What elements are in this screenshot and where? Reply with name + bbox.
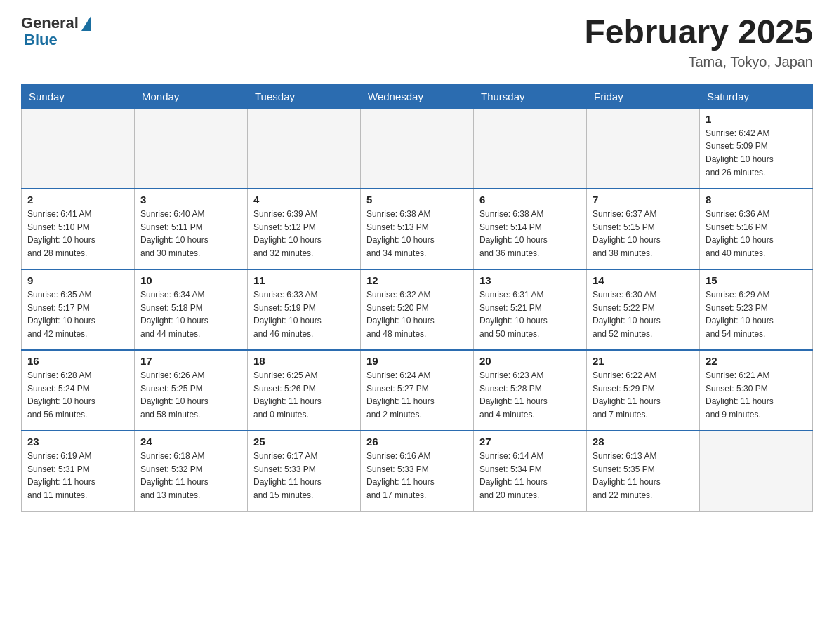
day-info: Sunrise: 6:37 AM Sunset: 5:15 PM Dayligh… bbox=[593, 208, 694, 260]
day-info: Sunrise: 6:39 AM Sunset: 5:12 PM Dayligh… bbox=[253, 208, 355, 260]
calendar-cell: 2Sunrise: 6:41 AM Sunset: 5:10 PM Daylig… bbox=[22, 189, 135, 269]
calendar-cell: 13Sunrise: 6:31 AM Sunset: 5:21 PM Dayli… bbox=[474, 269, 587, 350]
calendar-cell bbox=[700, 431, 813, 511]
day-number: 13 bbox=[479, 274, 581, 286]
calendar-cell: 17Sunrise: 6:26 AM Sunset: 5:25 PM Dayli… bbox=[135, 350, 248, 431]
day-info: Sunrise: 6:38 AM Sunset: 5:13 PM Dayligh… bbox=[366, 208, 468, 260]
day-number: 5 bbox=[366, 194, 468, 206]
col-wednesday: Wednesday bbox=[361, 84, 474, 108]
calendar-cell: 20Sunrise: 6:23 AM Sunset: 5:28 PM Dayli… bbox=[474, 350, 587, 431]
calendar-cell: 5Sunrise: 6:38 AM Sunset: 5:13 PM Daylig… bbox=[361, 189, 474, 269]
day-number: 7 bbox=[593, 194, 694, 206]
day-number: 17 bbox=[140, 355, 241, 367]
day-number: 14 bbox=[593, 274, 694, 286]
calendar-cell bbox=[248, 108, 361, 189]
calendar-table: Sunday Monday Tuesday Wednesday Thursday… bbox=[21, 84, 813, 512]
col-thursday: Thursday bbox=[474, 84, 587, 108]
day-number: 11 bbox=[253, 274, 355, 286]
day-number: 24 bbox=[140, 436, 241, 448]
day-info: Sunrise: 6:16 AM Sunset: 5:33 PM Dayligh… bbox=[366, 450, 468, 502]
calendar-cell: 27Sunrise: 6:14 AM Sunset: 5:34 PM Dayli… bbox=[474, 431, 587, 511]
day-info: Sunrise: 6:22 AM Sunset: 5:29 PM Dayligh… bbox=[593, 369, 694, 421]
calendar-cell: 21Sunrise: 6:22 AM Sunset: 5:29 PM Dayli… bbox=[587, 350, 700, 431]
day-number: 27 bbox=[479, 436, 581, 448]
day-info: Sunrise: 6:42 AM Sunset: 5:09 PM Dayligh… bbox=[706, 127, 807, 179]
page-header: General Blue February 2025 Tama, Tokyo, … bbox=[21, 14, 813, 70]
calendar-cell bbox=[474, 108, 587, 189]
day-number: 8 bbox=[706, 194, 807, 206]
day-info: Sunrise: 6:18 AM Sunset: 5:32 PM Dayligh… bbox=[140, 450, 241, 502]
calendar-cell: 14Sunrise: 6:30 AM Sunset: 5:22 PM Dayli… bbox=[587, 269, 700, 350]
calendar-title: February 2025 bbox=[584, 14, 813, 51]
calendar-cell: 12Sunrise: 6:32 AM Sunset: 5:20 PM Dayli… bbox=[361, 269, 474, 350]
day-number: 16 bbox=[27, 355, 128, 367]
day-info: Sunrise: 6:24 AM Sunset: 5:27 PM Dayligh… bbox=[366, 369, 468, 421]
calendar-cell bbox=[587, 108, 700, 189]
day-number: 20 bbox=[479, 355, 581, 367]
day-info: Sunrise: 6:36 AM Sunset: 5:16 PM Dayligh… bbox=[706, 208, 807, 260]
day-info: Sunrise: 6:32 AM Sunset: 5:20 PM Dayligh… bbox=[366, 288, 468, 340]
day-info: Sunrise: 6:13 AM Sunset: 5:35 PM Dayligh… bbox=[593, 450, 694, 502]
day-number: 15 bbox=[706, 274, 807, 286]
logo-triangle-icon bbox=[81, 15, 91, 31]
day-info: Sunrise: 6:17 AM Sunset: 5:33 PM Dayligh… bbox=[253, 450, 355, 502]
calendar-cell: 24Sunrise: 6:18 AM Sunset: 5:32 PM Dayli… bbox=[135, 431, 248, 511]
day-info: Sunrise: 6:26 AM Sunset: 5:25 PM Dayligh… bbox=[140, 369, 241, 421]
day-number: 4 bbox=[253, 194, 355, 206]
day-number: 25 bbox=[253, 436, 355, 448]
day-info: Sunrise: 6:19 AM Sunset: 5:31 PM Dayligh… bbox=[27, 450, 128, 502]
logo-blue-text: Blue bbox=[21, 31, 58, 49]
week-row-4: 16Sunrise: 6:28 AM Sunset: 5:24 PM Dayli… bbox=[22, 350, 813, 431]
week-row-3: 9Sunrise: 6:35 AM Sunset: 5:17 PM Daylig… bbox=[22, 269, 813, 350]
calendar-cell: 25Sunrise: 6:17 AM Sunset: 5:33 PM Dayli… bbox=[248, 431, 361, 511]
calendar-cell: 26Sunrise: 6:16 AM Sunset: 5:33 PM Dayli… bbox=[361, 431, 474, 511]
col-friday: Friday bbox=[587, 84, 700, 108]
day-number: 9 bbox=[27, 274, 128, 286]
col-monday: Monday bbox=[135, 84, 248, 108]
day-info: Sunrise: 6:31 AM Sunset: 5:21 PM Dayligh… bbox=[479, 288, 581, 340]
calendar-cell: 1Sunrise: 6:42 AM Sunset: 5:09 PM Daylig… bbox=[700, 108, 813, 189]
day-number: 6 bbox=[479, 194, 581, 206]
day-number: 28 bbox=[593, 436, 694, 448]
week-row-2: 2Sunrise: 6:41 AM Sunset: 5:10 PM Daylig… bbox=[22, 189, 813, 269]
calendar-cell: 15Sunrise: 6:29 AM Sunset: 5:23 PM Dayli… bbox=[700, 269, 813, 350]
calendar-cell: 23Sunrise: 6:19 AM Sunset: 5:31 PM Dayli… bbox=[22, 431, 135, 511]
day-info: Sunrise: 6:41 AM Sunset: 5:10 PM Dayligh… bbox=[27, 208, 128, 260]
day-info: Sunrise: 6:30 AM Sunset: 5:22 PM Dayligh… bbox=[593, 288, 694, 340]
col-sunday: Sunday bbox=[22, 84, 135, 108]
calendar-cell: 7Sunrise: 6:37 AM Sunset: 5:15 PM Daylig… bbox=[587, 189, 700, 269]
week-row-1: 1Sunrise: 6:42 AM Sunset: 5:09 PM Daylig… bbox=[22, 108, 813, 189]
calendar-cell: 9Sunrise: 6:35 AM Sunset: 5:17 PM Daylig… bbox=[22, 269, 135, 350]
title-block: February 2025 Tama, Tokyo, Japan bbox=[584, 14, 813, 70]
calendar-cell bbox=[361, 108, 474, 189]
calendar-cell: 22Sunrise: 6:21 AM Sunset: 5:30 PM Dayli… bbox=[700, 350, 813, 431]
day-info: Sunrise: 6:35 AM Sunset: 5:17 PM Dayligh… bbox=[27, 288, 128, 340]
day-number: 1 bbox=[706, 113, 807, 125]
day-info: Sunrise: 6:23 AM Sunset: 5:28 PM Dayligh… bbox=[479, 369, 581, 421]
day-number: 21 bbox=[593, 355, 694, 367]
calendar-cell: 10Sunrise: 6:34 AM Sunset: 5:18 PM Dayli… bbox=[135, 269, 248, 350]
calendar-cell: 19Sunrise: 6:24 AM Sunset: 5:27 PM Dayli… bbox=[361, 350, 474, 431]
calendar-cell: 6Sunrise: 6:38 AM Sunset: 5:14 PM Daylig… bbox=[474, 189, 587, 269]
day-info: Sunrise: 6:40 AM Sunset: 5:11 PM Dayligh… bbox=[140, 208, 241, 260]
calendar-cell: 16Sunrise: 6:28 AM Sunset: 5:24 PM Dayli… bbox=[22, 350, 135, 431]
day-info: Sunrise: 6:29 AM Sunset: 5:23 PM Dayligh… bbox=[706, 288, 807, 340]
day-info: Sunrise: 6:21 AM Sunset: 5:30 PM Dayligh… bbox=[706, 369, 807, 421]
day-info: Sunrise: 6:34 AM Sunset: 5:18 PM Dayligh… bbox=[140, 288, 241, 340]
day-number: 10 bbox=[140, 274, 241, 286]
calendar-subtitle: Tama, Tokyo, Japan bbox=[584, 54, 813, 70]
day-number: 19 bbox=[366, 355, 468, 367]
day-info: Sunrise: 6:14 AM Sunset: 5:34 PM Dayligh… bbox=[479, 450, 581, 502]
calendar-cell: 8Sunrise: 6:36 AM Sunset: 5:16 PM Daylig… bbox=[700, 189, 813, 269]
day-number: 2 bbox=[27, 194, 128, 206]
day-number: 3 bbox=[140, 194, 241, 206]
col-saturday: Saturday bbox=[700, 84, 813, 108]
day-info: Sunrise: 6:25 AM Sunset: 5:26 PM Dayligh… bbox=[253, 369, 355, 421]
logo-general-text: General bbox=[21, 14, 79, 32]
calendar-cell bbox=[135, 108, 248, 189]
logo: General Blue bbox=[21, 14, 91, 49]
day-number: 12 bbox=[366, 274, 468, 286]
calendar-cell bbox=[22, 108, 135, 189]
week-row-5: 23Sunrise: 6:19 AM Sunset: 5:31 PM Dayli… bbox=[22, 431, 813, 511]
calendar-cell: 11Sunrise: 6:33 AM Sunset: 5:19 PM Dayli… bbox=[248, 269, 361, 350]
